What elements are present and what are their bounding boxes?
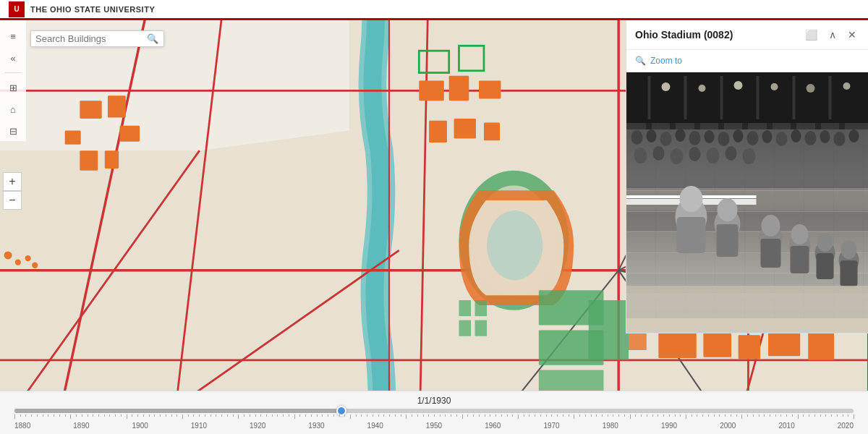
- tick-mark: [65, 414, 66, 417]
- tick-mark: [663, 414, 664, 417]
- svg-point-94: [647, 129, 657, 142]
- menu-button[interactable]: ≡: [3, 26, 23, 46]
- tick-mark: [272, 414, 273, 417]
- svg-rect-29: [459, 320, 471, 336]
- tick-mark: [440, 414, 441, 417]
- svg-point-107: [834, 132, 846, 146]
- tick-mark: [490, 414, 490, 417]
- zoom-in-button[interactable]: +: [3, 172, 22, 191]
- info-panel-controls: ⬜ ∧ ✕: [802, 27, 859, 42]
- tick-mark: [563, 414, 563, 417]
- table-button[interactable]: ⊟: [3, 121, 23, 141]
- tick-mark: [160, 414, 161, 417]
- timeline-year-label: 1970: [543, 422, 559, 430]
- tick-mark: [725, 414, 726, 417]
- tick-mark: [205, 414, 205, 417]
- tick-mark: [451, 414, 451, 417]
- layers-icon: ⊞: [9, 82, 17, 93]
- home-icon: ⌂: [10, 104, 16, 115]
- main-container: ≡ « ⊞ ⌂ ⊟ + − 🔍 Ohio Stadium (0082) ⬜: [0, 20, 868, 434]
- tick-mark: [356, 414, 357, 417]
- tick-mark: [149, 414, 150, 417]
- svg-point-97: [689, 131, 701, 145]
- tick-mark: [708, 414, 709, 417]
- tick-mark: [529, 414, 529, 417]
- tick-mark: [328, 414, 328, 417]
- tick-mark: [299, 414, 300, 417]
- svg-rect-64: [429, 121, 447, 142]
- timeline-year-label: 1990: [661, 422, 677, 430]
- tick-mark: [417, 414, 418, 417]
- svg-rect-62: [449, 76, 469, 101]
- svg-point-71: [25, 255, 30, 261]
- photo-people-svg: [626, 72, 868, 333]
- tick-mark: [848, 414, 848, 417]
- tick-mark: [255, 414, 256, 417]
- zoom-to-label: Zoom to: [650, 56, 682, 66]
- table-icon: ⊟: [9, 126, 17, 137]
- svg-rect-118: [677, 217, 706, 253]
- svg-rect-28: [475, 300, 488, 316]
- tick-mark: [669, 414, 670, 417]
- tick-mark: [596, 414, 597, 417]
- svg-point-96: [676, 129, 686, 142]
- svg-point-23: [487, 210, 542, 281]
- svg-rect-79: [684, 76, 687, 119]
- tick-mark: [618, 414, 619, 417]
- tick-mark: [166, 414, 166, 417]
- tick-mark: [305, 414, 306, 417]
- tick-mark: [719, 414, 720, 417]
- tick-mark: [635, 414, 636, 417]
- search-icon[interactable]: 🔍: [147, 33, 158, 44]
- tick-mark: [20, 414, 21, 417]
- tick-mark: [747, 414, 748, 417]
- tick-mark: [54, 414, 54, 417]
- timeline-track[interactable]: [14, 409, 854, 413]
- home-button[interactable]: ⌂: [3, 99, 23, 119]
- tick-mark: [294, 414, 295, 419]
- search-input[interactable]: [35, 33, 144, 44]
- tick-mark: [518, 414, 519, 419]
- print-button[interactable]: ⬜: [802, 27, 820, 42]
- tick-mark: [367, 414, 367, 417]
- tick-mark: [333, 414, 334, 417]
- tick-mark: [37, 414, 38, 417]
- svg-point-105: [805, 131, 817, 145]
- tick-mark: [680, 414, 681, 417]
- collapse-button[interactable]: «: [3, 48, 23, 68]
- svg-point-129: [817, 233, 833, 252]
- svg-point-114: [726, 146, 737, 161]
- tick-mark: [775, 414, 776, 417]
- info-panel-zoom-row[interactable]: 🔍 Zoom to: [626, 50, 868, 72]
- tick-mark: [193, 414, 194, 417]
- zoom-out-button[interactable]: −: [3, 191, 22, 210]
- tick-mark: [495, 414, 496, 417]
- toolbar-divider-1: [4, 72, 22, 73]
- svg-point-120: [718, 198, 738, 221]
- svg-point-113: [707, 148, 720, 163]
- tick-mark: [277, 414, 278, 417]
- tick-mark: [820, 414, 821, 417]
- tick-mark: [692, 414, 692, 417]
- tick-mark: [43, 414, 43, 417]
- svg-point-69: [4, 251, 12, 259]
- tick-mark: [624, 414, 625, 417]
- tick-mark: [373, 414, 373, 417]
- collapse-panel-button[interactable]: ∧: [826, 27, 839, 42]
- timeline-year-label: 1880: [14, 422, 30, 430]
- svg-point-109: [634, 148, 647, 163]
- svg-rect-78: [648, 76, 651, 119]
- svg-point-89: [843, 82, 851, 90]
- info-panel-header: Ohio Stadium (0082) ⬜ ∧ ✕: [626, 20, 868, 50]
- tick-mark: [741, 414, 742, 419]
- tick-mark: [731, 414, 731, 417]
- svg-point-115: [743, 148, 756, 164]
- timeline-area: 1/1/1930 1880189019001910192019301940195…: [0, 391, 868, 434]
- tick-mark: [48, 414, 48, 417]
- svg-point-126: [791, 224, 809, 244]
- layers-button[interactable]: ⊞: [3, 77, 23, 98]
- close-panel-button[interactable]: ✕: [845, 27, 859, 42]
- svg-rect-124: [761, 239, 781, 268]
- svg-rect-80: [720, 76, 723, 119]
- timeline-year-label: 1920: [250, 422, 265, 430]
